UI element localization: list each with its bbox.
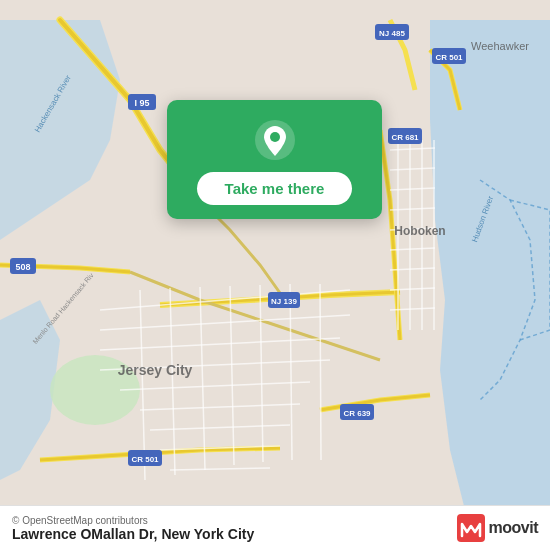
svg-point-57: [270, 132, 280, 142]
svg-text:508: 508: [15, 262, 30, 272]
map-container: I 95 NJ 139 508 CR 501 CR 639 CR 681 CR …: [0, 0, 550, 550]
moovit-logo: moovit: [457, 514, 538, 542]
navigation-popup: Take me there: [167, 100, 382, 219]
svg-line-20: [320, 284, 321, 460]
location-pin-icon: [253, 118, 297, 162]
bottom-bar-info: © OpenStreetMap contributors Lawrence OM…: [12, 515, 254, 542]
map-background: I 95 NJ 139 508 CR 501 CR 639 CR 681 CR …: [0, 0, 550, 550]
svg-text:I 95: I 95: [134, 98, 149, 108]
take-me-there-button[interactable]: Take me there: [197, 172, 353, 205]
svg-text:NJ 485: NJ 485: [379, 29, 405, 38]
svg-text:CR 639: CR 639: [343, 409, 371, 418]
svg-text:Hoboken: Hoboken: [394, 224, 445, 238]
svg-text:NJ 139: NJ 139: [271, 297, 297, 306]
svg-text:CR 501: CR 501: [131, 455, 159, 464]
svg-text:CR 501: CR 501: [435, 53, 463, 62]
svg-text:Weehawker: Weehawker: [471, 40, 529, 52]
location-title: Lawrence OMallan Dr, New York City: [12, 526, 254, 542]
moovit-m-icon: [457, 514, 485, 542]
osm-attribution: © OpenStreetMap contributors: [12, 515, 254, 526]
svg-text:CR 681: CR 681: [391, 133, 419, 142]
moovit-text: moovit: [489, 519, 538, 537]
svg-text:Jersey City: Jersey City: [118, 362, 193, 378]
bottom-bar: © OpenStreetMap contributors Lawrence OM…: [0, 505, 550, 550]
